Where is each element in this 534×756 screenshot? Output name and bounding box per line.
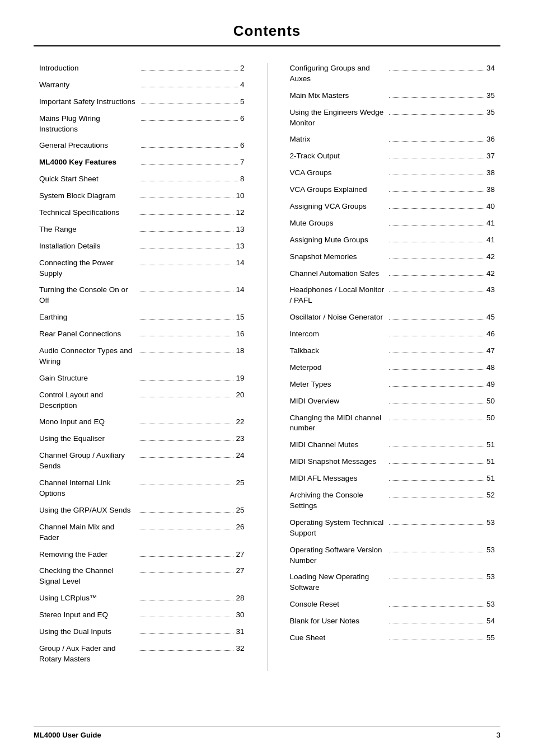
toc-entry: Mono Input and EQ22	[39, 417, 245, 428]
toc-label: Rear Panel Connections	[39, 329, 137, 340]
toc-entry: 2-Track Output37	[290, 151, 495, 162]
footer-guide-text: User Guide	[60, 731, 101, 739]
toc-dots	[389, 579, 484, 579]
toc-page: 50	[486, 396, 495, 407]
toc-dots	[141, 120, 238, 121]
toc-entry: Channel Main Mix and Fader26	[39, 522, 245, 543]
toc-dots	[389, 552, 484, 552]
toc-entry: Matrix36	[290, 134, 495, 145]
toc-dots	[389, 369, 484, 370]
toc-page: 25	[236, 505, 244, 516]
toc-label: Matrix	[290, 134, 387, 145]
toc-dots	[139, 617, 234, 617]
toc-page: 26	[236, 522, 244, 533]
toc-page: 53	[486, 518, 495, 528]
toc-page: 5	[240, 97, 245, 107]
toc-label: Main Mix Masters	[290, 91, 387, 101]
toc-dots	[139, 485, 234, 485]
toc-dots	[389, 319, 484, 320]
toc-page: 41	[486, 235, 495, 246]
toc-page: 42	[486, 269, 495, 279]
toc-entry: MIDI AFL Messages51	[290, 473, 495, 484]
toc-label: Mains Plug Wiring Instructions	[39, 114, 139, 135]
toc-label: Assigning VCA Groups	[290, 201, 387, 212]
toc-entry: Assigning Mute Groups41	[290, 235, 495, 246]
toc-entry: Using the Equaliser23	[39, 434, 245, 444]
toc-entry: Talkback47	[290, 346, 495, 356]
toc-label: MIDI Snapshot Messages	[290, 457, 387, 467]
footer-brand: ML4000 User Guide	[34, 731, 101, 739]
toc-label: Snapshot Memories	[290, 252, 387, 262]
toc-entry: Gain Structure19	[39, 373, 245, 384]
toc-page: 53	[486, 572, 495, 583]
footer-brand-name: ML4000	[34, 731, 60, 739]
toc-label: Configuring Groups and Auxes	[290, 63, 387, 84]
toc-page: 25	[236, 478, 244, 489]
toc-entry: Meter Types49	[290, 379, 495, 390]
toc-dots	[139, 248, 234, 248]
toc-entry: Mute Groups41	[290, 218, 495, 229]
toc-page: 16	[236, 329, 244, 340]
toc-label: Quick Start Sheet	[39, 174, 139, 185]
toc-page: 54	[486, 616, 495, 627]
toc-page: 14	[236, 285, 244, 295]
toc-entry: Assigning VCA Groups40	[290, 201, 495, 212]
toc-page: 51	[486, 440, 495, 450]
toc-entry: Mains Plug Wiring Instructions6	[39, 114, 245, 135]
toc-label: 2-Track Output	[290, 151, 387, 162]
toc-entry: Snapshot Memories42	[290, 252, 495, 262]
toc-label: Archiving the Console Settings	[290, 490, 387, 511]
toc-page: 45	[486, 312, 495, 323]
toc-dots	[389, 292, 484, 292]
toc-page: 42	[486, 252, 495, 262]
toc-page: 4	[240, 80, 245, 91]
toc-page: 28	[236, 593, 244, 604]
toc-dots	[389, 524, 484, 525]
toc-page: 14	[236, 258, 244, 269]
toc-entry: Group / Aux Fader and Rotary Masters32	[39, 644, 245, 665]
toc-page: 51	[486, 457, 495, 467]
toc-entry: Archiving the Console Settings52	[290, 490, 495, 511]
toc-page: 38	[486, 168, 495, 179]
toc-dots	[389, 336, 484, 336]
toc-label: Console Reset	[290, 599, 387, 610]
toc-entry: Channel Automation Safes42	[290, 269, 495, 279]
toc-label: Introduction	[39, 63, 139, 74]
toc-entry: Audio Connector Types and Wiring18	[39, 346, 245, 367]
right-column: Configuring Groups and Auxes34Main Mix M…	[284, 63, 501, 671]
toc-entry: Using the Engineers Wedge Monitor35	[290, 107, 495, 129]
toc-dots	[389, 175, 484, 175]
toc-label: Operating Software Version Number	[290, 545, 387, 566]
toc-label: Turning the Console On or Off	[39, 285, 137, 306]
toc-dots	[389, 97, 484, 98]
toc-entry: Oscillator / Noise Generator45	[290, 312, 495, 323]
toc-dots	[139, 214, 234, 215]
toc-dots	[389, 480, 484, 481]
toc-label: Loading New Operating Software	[290, 572, 387, 593]
toc-entry: Meterpod48	[290, 363, 495, 373]
toc-page: 18	[236, 346, 244, 356]
toc-dots	[389, 640, 484, 640]
toc-page: 13	[236, 241, 244, 252]
toc-page: 43	[486, 285, 495, 295]
toc-entry: Removing the Fader27	[39, 550, 245, 560]
toc-label: MIDI Channel Mutes	[290, 440, 387, 450]
toc-dots	[139, 572, 234, 573]
toc-dots	[389, 463, 484, 464]
toc-label: Using the Equaliser	[39, 434, 137, 444]
toc-dots	[389, 114, 484, 115]
toc-page: 27	[236, 566, 244, 576]
toc-entry: Channel Group / Auxiliary Sends24	[39, 450, 245, 472]
toc-entry: Headphones / Local Monitor / PAFL43	[290, 285, 495, 306]
footer: ML4000 User Guide 3	[34, 726, 500, 739]
toc-page: 6	[240, 140, 245, 151]
toc-dots	[139, 556, 234, 557]
toc-dots	[139, 198, 234, 198]
page-title: Contents	[34, 22, 500, 40]
toc-page: 55	[486, 633, 495, 644]
toc-dots	[139, 529, 234, 529]
toc-label: VCA Groups Explained	[290, 185, 387, 195]
toc-dots	[389, 141, 484, 142]
toc-entry: System Block Diagram10	[39, 191, 245, 201]
toc-page: 10	[236, 191, 244, 201]
